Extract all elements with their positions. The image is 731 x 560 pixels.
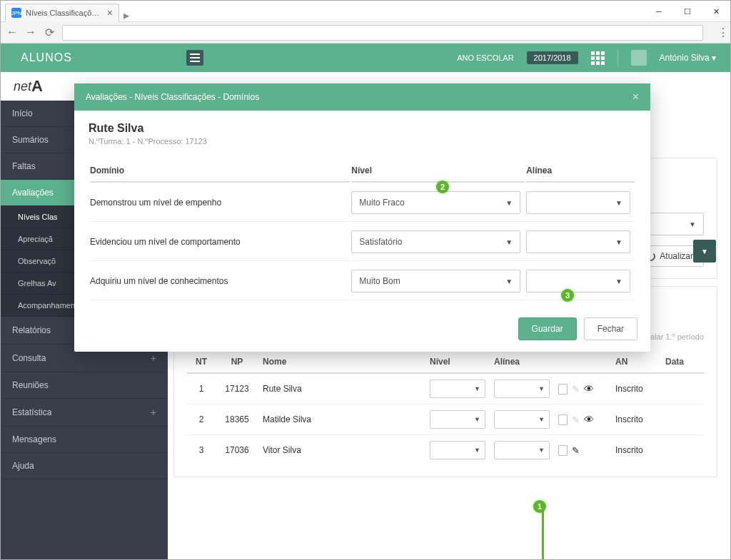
separator [617,49,618,66]
cell-nt: 3 [187,435,216,466]
fechar-button[interactable]: Fechar [584,317,637,340]
pen-icon[interactable]: ✎ [572,445,580,456]
modal-row: Adquiriu um nível de conhecimentosMuito … [90,263,635,300]
caret-down-icon: ▼ [701,248,708,255]
modal-close-icon[interactable]: × [632,91,639,103]
alinea-select[interactable]: ▼ [526,191,630,214]
callout-badge-2: 2 [436,180,449,193]
nivel-select[interactable]: Muito Fraco▼ [351,191,520,214]
modal-col-alinea: Alínea [526,160,635,183]
modal-dominios: Avaliações - Níveis Classificações - Dom… [74,83,650,352]
dominio-label: Evidenciou um nível de comportamento [90,223,350,261]
col-an: AN [611,351,661,373]
caret-down-icon: ▼ [474,447,480,454]
nivel-select[interactable]: Muito Bom▼ [351,270,520,292]
nav-back-icon[interactable]: ← [6,26,18,39]
school-year-value[interactable]: 2017/2018 [527,51,578,64]
alinea-select[interactable]: ▼ [526,270,630,292]
cell-data [661,435,704,466]
app-brand: ALUNOS [21,51,72,64]
window-maximize-icon[interactable]: ☐ [673,1,702,22]
eye-icon[interactable]: 👁 [584,414,594,425]
col-nome: Nome [258,351,425,373]
browser-tab[interactable]: JPN Níveis Classificações | ne × [5,4,119,22]
alinea-select[interactable]: ▼ [494,441,550,459]
nivel-select[interactable]: ▼ [430,441,485,459]
modal-student-meta: N.ºTurma: 1 - N.ºProcesso: 17123 [89,137,636,146]
modal-title: Avaliações - Níveis Classificações - Dom… [86,92,259,102]
browser-titlebar: JPN Níveis Classificações | ne × ▸ ─ ☐ ✕ [1,1,730,22]
caret-down-icon: ▼ [615,199,622,207]
document-icon[interactable] [558,445,568,456]
caret-down-icon: ▼ [538,416,545,423]
nivel-select[interactable]: ▼ [430,410,485,429]
caret-down-icon: ▼ [505,278,513,285]
avatar[interactable] [631,50,647,66]
table-row: 317036Vitor Silva▼▼✎Inscrito [187,435,704,466]
alinea-select[interactable]: ▼ [494,410,550,429]
cell-nome: Matilde Silva [258,404,425,435]
document-icon[interactable] [558,414,568,425]
document-icon[interactable] [558,384,568,394]
modal-col-dominio: Domínio [90,160,350,183]
app-topnav: ALUNOS ANO ESCOLAR 2017/2018 António Sil… [1,44,730,72]
cell-an: Inscrito [611,404,661,435]
modal-row: Evidenciou um nível de comportamentoSati… [90,223,635,261]
students-table: NT NP Nome Nível Alínea AN Data 117123Ru… [187,351,704,465]
caret-down-icon: ▼ [505,199,513,207]
tab-close-icon[interactable]: × [107,7,113,19]
modal-row: Demonstrou um nível de empenhoMuito Frac… [90,184,635,222]
col-nt: NT [187,351,216,373]
window-close-icon[interactable]: ✕ [702,1,730,22]
callout-badge-1: 1 [533,500,546,513]
expand-icon: + [151,407,156,418]
address-input[interactable] [62,25,703,41]
window-minimize-icon[interactable]: ─ [645,1,673,22]
eye-icon[interactable]: 👁 [584,383,594,394]
caret-down-icon: ▼ [615,238,622,246]
apps-grid-icon[interactable] [591,51,605,65]
col-np: NP [216,351,258,373]
guardar-button[interactable]: Guardar [518,317,577,340]
nav-forward-icon[interactable]: → [25,26,36,39]
modal-header: Avaliações - Níveis Classificações - Dom… [74,83,650,111]
sidebar-item-reunioes[interactable]: Reuniões [1,372,168,399]
alinea-select[interactable]: ▼ [494,380,550,398]
cell-nt: 2 [187,404,216,435]
expand-icon: + [151,352,156,364]
col-actions [554,351,611,373]
user-menu[interactable]: António Silva ▾ [660,53,716,63]
nivel-select[interactable]: ▼ [430,380,485,398]
cell-np: 17123 [216,373,258,404]
nav-reload-icon[interactable]: ⟳ [44,26,55,39]
caret-down-icon: ▼ [474,416,480,423]
cell-nome: Rute Silva [258,373,425,404]
nivel-select[interactable]: Satisfatório▼ [351,230,520,253]
caret-down-icon: ▼ [538,447,545,454]
new-tab-button[interactable]: ▸ [119,9,133,22]
browser-menu-icon[interactable]: ⋮ [710,26,725,39]
caret-down-icon: ▼ [538,385,545,392]
school-year-label: ANO ESCOLAR [457,54,513,62]
cell-nome: Vitor Silva [258,435,425,466]
sidebar-item-ajuda[interactable]: Ajuda [1,453,168,479]
caret-down-icon: ▼ [474,385,480,392]
dominio-label: Demonstrou um nível de empenho [90,184,350,222]
callout-badge-3: 3 [561,289,574,302]
cell-data [661,404,704,435]
caret-down-icon: ▼ [505,238,513,246]
tab-title: Níveis Classificações | ne [26,9,103,17]
pen-icon[interactable]: ✎ [572,414,580,425]
cell-nt: 1 [187,373,216,404]
sidebar-item-estatistica[interactable]: Estatística+ [1,399,168,427]
table-row: 218365Matilde Silva▼▼✎👁Inscrito [187,404,704,435]
tab-favicon: JPN [11,8,21,18]
hamburger-icon[interactable] [186,50,203,66]
dark-dropdown-button[interactable]: ▼ [693,240,716,263]
alinea-select[interactable]: ▼ [526,230,630,253]
table-row: 117123Rute Silva▼▼✎👁Inscrito [187,373,704,404]
dominio-label: Adquiriu um nível de conhecimentos [90,263,350,300]
sidebar-item-mensagens[interactable]: Mensagens [1,427,168,453]
pen-icon[interactable]: ✎ [572,384,580,394]
cell-an: Inscrito [611,435,661,466]
